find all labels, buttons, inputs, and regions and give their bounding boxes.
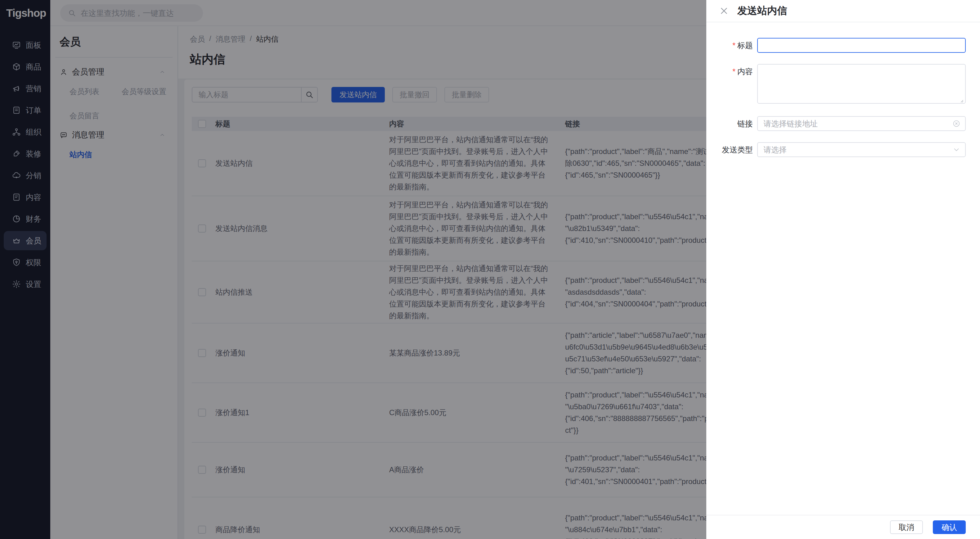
title-input[interactable] [757, 38, 966, 53]
drawer-title: 发送站内信 [737, 4, 787, 18]
link-label: 链接 [721, 116, 753, 131]
title-label: 标题 [721, 38, 753, 53]
content-textarea[interactable] [757, 64, 966, 104]
send-type-label: 发送类型 [721, 142, 753, 157]
form-row-title: 标题 [721, 38, 966, 53]
cancel-button[interactable]: 取消 [890, 520, 923, 534]
close-icon[interactable] [719, 6, 729, 16]
link-input[interactable] [757, 116, 966, 131]
send-type-select[interactable] [757, 142, 966, 157]
content-label: 内容 [721, 64, 753, 79]
resize-handle-icon[interactable] [959, 98, 964, 103]
clear-circle-icon[interactable] [952, 119, 961, 128]
drawer-header: 发送站内信 [706, 0, 980, 22]
send-message-drawer: 发送站内信 标题 内容 链接 发送类型 [706, 0, 980, 539]
chevron-down-icon [952, 145, 961, 154]
confirm-button[interactable]: 确认 [933, 520, 966, 534]
drawer-form: 标题 内容 链接 发送类型 [706, 22, 980, 515]
form-row-content: 内容 [721, 64, 966, 105]
form-row-link: 链接 [721, 116, 966, 131]
form-row-send-type: 发送类型 [721, 142, 966, 157]
drawer-footer: 取消 确认 [706, 515, 980, 539]
